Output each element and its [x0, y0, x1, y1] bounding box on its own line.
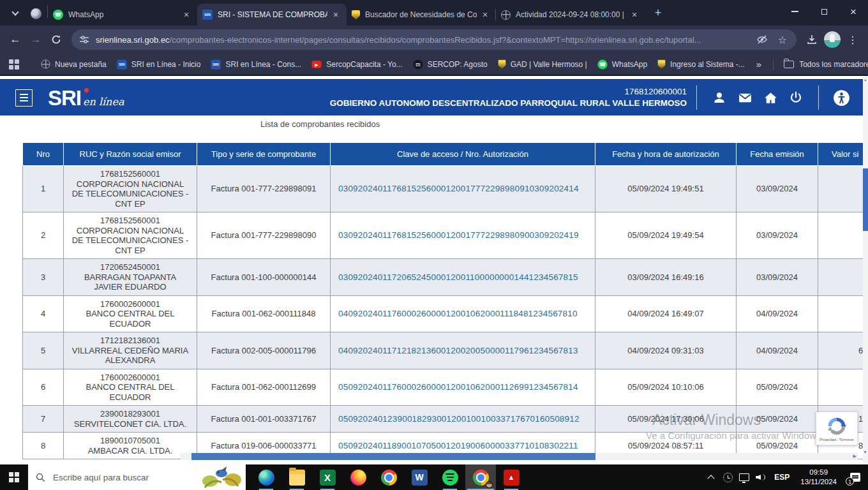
cell-tipo-serie: Factura 001-777-229898090	[197, 212, 331, 259]
browser-tab[interactable]: Actividad 2024-09-24 08:00:00 | ×	[496, 4, 645, 26]
user-icon	[712, 90, 727, 105]
downloads-button[interactable]	[802, 29, 822, 50]
tray-clock-app[interactable]	[719, 464, 736, 490]
taskbar-app-button[interactable]	[404, 464, 435, 490]
cell-fecha-autorizacion: 05/09/2024 10:10:06	[595, 369, 737, 406]
sri-logo[interactable]: SRI en línea	[48, 87, 124, 108]
taskbar-app-button[interactable]	[251, 464, 281, 490]
browser-tab[interactable]: SRI - SISTEMA DE COMPROBAN ×	[197, 4, 347, 26]
taskbar-app-button[interactable]	[435, 464, 465, 490]
taskbar-app-button[interactable]	[465, 464, 496, 490]
forward-button[interactable]: →	[26, 29, 46, 50]
bookmark-item[interactable]: Nueva pestaña	[36, 57, 112, 71]
menu-hamburger-button[interactable]	[15, 89, 33, 107]
tab-search-button[interactable]	[6, 4, 24, 22]
bookmark-item[interactable]: Ingreso al Sistema -...	[652, 57, 750, 71]
cell-clave-link[interactable]: 0509202401176000260000120010620001126991…	[331, 369, 595, 406]
bookmark-item[interactable]: GAD | Valle Hermoso |	[493, 57, 592, 71]
bookmark-label: GAD | Valle Hermoso |	[511, 60, 587, 69]
bookmark-item[interactable]: SRI en Línea - Cons...	[206, 57, 306, 71]
table-row: 5 1712182136001 VILLARREAL CEDEÑO MARIA …	[23, 332, 868, 369]
recaptcha-terms-label[interactable]: Privacidad - Términos	[819, 438, 853, 442]
cell-clave-link[interactable]: 0309202401172065245000120011000000001441…	[331, 259, 595, 296]
taskbar-search[interactable]	[28, 464, 246, 490]
url-path: /comprobantes-electronicos-internet/page…	[170, 35, 701, 45]
tab-close-icon[interactable]: ×	[629, 9, 640, 20]
eye-off-icon[interactable]	[756, 33, 768, 46]
pinned-tab-favicon[interactable]	[31, 8, 41, 19]
url-text[interactable]: srienlinea.sri.gob.ec/comprobantes-elect…	[96, 35, 748, 45]
bookmarks-overflow-chevron[interactable]: »	[750, 59, 768, 70]
app-icon	[381, 470, 397, 486]
bookmark-favicon	[41, 59, 50, 68]
cell-emisor: 1760002600001 BANCO CENTRAL DEL ECUADOR	[64, 295, 197, 332]
browser-menu-button[interactable]: ⋮	[842, 29, 863, 50]
tray-expand-button[interactable]	[703, 464, 719, 490]
tray-volume[interactable]	[752, 464, 769, 490]
recaptcha-badge[interactable]: Privacidad - Términos	[816, 412, 858, 445]
new-tab-button[interactable]: +	[649, 4, 667, 22]
scroll-right-arrow[interactable]: ▶	[853, 454, 857, 459]
bookmark-item[interactable]: SercopCapacita - Yo...	[306, 58, 407, 71]
cell-clave-link[interactable]: 0509202401239001829300120010010033717670…	[331, 406, 595, 433]
tray-network[interactable]	[736, 464, 752, 490]
taskbar-app-button[interactable]	[496, 464, 527, 490]
cell-clave-link[interactable]: 0409202401171218213600120020050000117961…	[331, 332, 595, 369]
taskbar-app-button[interactable]	[312, 464, 343, 490]
address-bar[interactable]: srienlinea.sri.gob.ec/comprobantes-elect…	[71, 29, 797, 50]
scroll-up-arrow[interactable]: ▲	[864, 78, 867, 82]
cell-valor	[818, 295, 868, 332]
close-button[interactable]: ×	[839, 0, 868, 23]
browser-tab[interactable]: WhatsApp ×	[48, 4, 197, 26]
app-icon	[258, 470, 274, 486]
search-highlight-image[interactable]	[198, 464, 244, 490]
tab-close-icon[interactable]: ×	[330, 9, 341, 20]
tab-title: Actividad 2024-09-24 08:00:00 |	[516, 10, 626, 19]
profile-avatar[interactable]	[822, 29, 842, 50]
start-button[interactable]	[0, 464, 28, 490]
search-input[interactable]	[52, 472, 179, 483]
taskbar-app-button[interactable]	[373, 464, 404, 490]
minimize-button[interactable]	[780, 0, 809, 23]
horizontal-scrollbar[interactable]: ▶	[181, 453, 858, 460]
table-row: 4 1760002600001 BANCO CENTRAL DEL ECUADO…	[23, 295, 868, 332]
bookmarks-bar: Nueva pestaña SRI en Línea - Inicio SRI …	[0, 54, 868, 75]
logout-button[interactable]	[786, 88, 805, 107]
cell-emisor: 1768152560001 CORPORACION NACIONAL DE TE…	[64, 212, 197, 259]
mail-button[interactable]	[735, 88, 754, 107]
cell-fecha-autorizacion: 05/09/2024 19:49:51	[595, 166, 737, 212]
bookmark-item[interactable]: SERCOP: Agosto	[408, 57, 493, 71]
taskbar-app-button[interactable]	[281, 464, 312, 490]
tab-close-icon[interactable]: ×	[181, 9, 192, 20]
browser-tab[interactable]: Buscador de Necesidades de Co ×	[347, 4, 496, 26]
horizontal-scrollbar-thumb[interactable]	[191, 453, 595, 460]
taskbar-clock[interactable]: 09:59 13/11/2024	[795, 468, 842, 487]
bookmark-item[interactable]: SRI en Línea - Inicio	[112, 57, 206, 71]
taskbar-app-button[interactable]	[343, 464, 373, 490]
restore-button[interactable]	[809, 0, 839, 23]
vertical-scrollbar[interactable]: ▲ ▼	[863, 76, 868, 464]
apps-grid-icon[interactable]	[9, 59, 19, 70]
keyboard-language[interactable]: ESP	[769, 473, 795, 482]
reload-button[interactable]	[46, 29, 66, 50]
home-button[interactable]	[761, 88, 780, 107]
vertical-scrollbar-thumb[interactable]	[863, 168, 868, 231]
cell-clave-link[interactable]: 0409202401176000260000120010620001118481…	[331, 295, 595, 332]
clock-icon	[723, 473, 733, 482]
accessibility-button[interactable]	[832, 88, 851, 107]
folder-icon	[784, 61, 794, 68]
site-settings-icon[interactable]	[79, 34, 89, 45]
cell-clave-link[interactable]: 0309202401176815256000120017772298980910…	[331, 166, 595, 212]
back-button[interactable]: ←	[5, 29, 26, 50]
cell-tipo-serie: Factura 001-062-000112699	[197, 369, 331, 406]
all-bookmarks-button[interactable]: Todos los marcadores	[779, 58, 868, 71]
bookmark-star-icon[interactable]: ☆	[776, 33, 789, 46]
cell-clave-link[interactable]: 0309202401176815256000120017772298980900…	[331, 212, 595, 259]
cell-fecha-emision: 04/09/2024	[737, 295, 818, 332]
network-icon	[739, 473, 749, 481]
scroll-down-arrow[interactable]: ▼	[863, 450, 867, 454]
user-button[interactable]	[710, 88, 729, 107]
notification-center-button[interactable]: 1	[842, 464, 868, 490]
bookmark-item[interactable]: WhatsApp	[592, 57, 652, 71]
tab-close-icon[interactable]: ×	[479, 9, 491, 20]
